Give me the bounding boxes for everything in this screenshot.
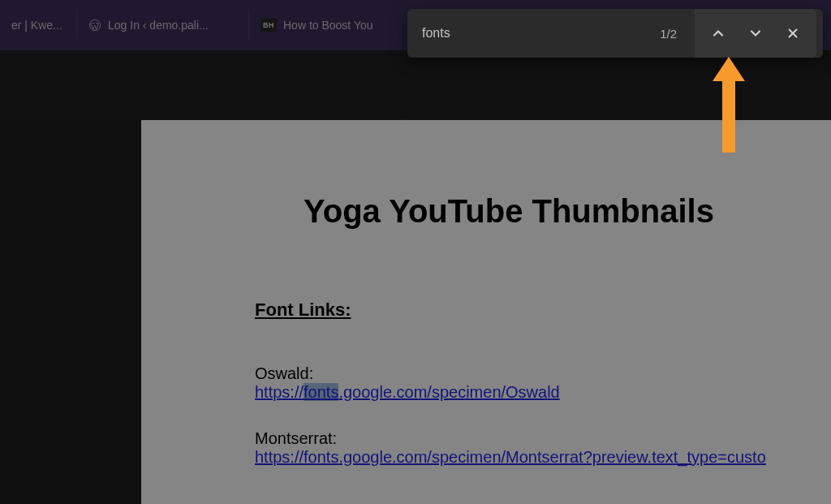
font-name: Oswald: (255, 364, 831, 383)
tab-label: er | Kwe... (11, 19, 62, 32)
browser-tab[interactable]: Log In ‹ demo.pali... (77, 11, 249, 40)
tab-label: How to Boost You (283, 19, 373, 32)
browser-tab[interactable]: er | Kwe... (0, 11, 77, 40)
find-match-count: 1/2 (642, 27, 695, 41)
chevron-up-icon (710, 25, 726, 41)
find-input[interactable] (407, 9, 642, 58)
section-heading: Font Links: (255, 299, 831, 321)
browser-tab[interactable]: BH How to Boost You (249, 11, 401, 40)
wordpress-icon (88, 19, 101, 32)
find-next-button[interactable] (737, 14, 774, 53)
font-entry: Oswald: https://fonts.google.com/specime… (255, 364, 831, 402)
search-highlight: fonts (304, 383, 338, 401)
find-prev-button[interactable] (700, 14, 737, 53)
search-match-text: fonts (304, 448, 338, 466)
font-link[interactable]: https://fonts.google.com/specimen/Oswald (255, 383, 560, 401)
font-entry: Montserrat: https://fonts.google.com/spe… (255, 429, 831, 467)
chevron-down-icon (747, 25, 764, 41)
pdf-viewer[interactable]: Yoga YouTube Thumbnails Font Links: Oswa… (0, 120, 831, 504)
font-name: Montserrat: (255, 429, 831, 448)
pdf-toolbar: / 2 | 100% | (0, 50, 831, 120)
find-controls (695, 9, 816, 58)
close-icon (786, 26, 800, 41)
find-in-page-bar: 1/2 (407, 9, 823, 58)
tab-label: Log In ‹ demo.pali... (108, 19, 209, 32)
bh-favicon: BH (260, 19, 277, 32)
pdf-page: Yoga YouTube Thumbnails Font Links: Oswa… (141, 120, 831, 504)
font-link[interactable]: https://fonts.google.com/specimen/Montse… (255, 448, 766, 466)
find-close-button[interactable] (774, 14, 812, 53)
document-title: Yoga YouTube Thumbnails (304, 193, 831, 230)
